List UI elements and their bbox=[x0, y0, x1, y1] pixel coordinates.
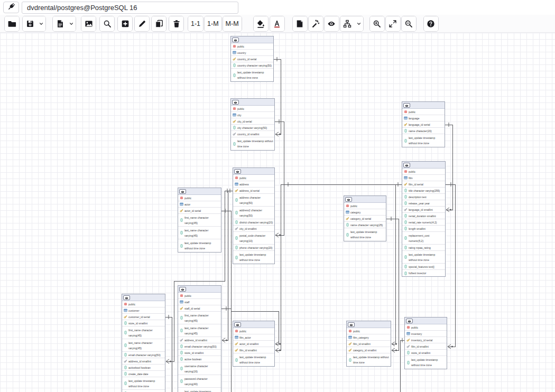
schema-row: public bbox=[231, 106, 274, 112]
table-details-toggle[interactable] bbox=[234, 169, 241, 174]
column-icon bbox=[180, 351, 183, 354]
notation-options-dropdown[interactable] bbox=[355, 16, 363, 31]
column-row: address2 character varying(50) bbox=[233, 207, 274, 219]
table-node-customer[interactable]: publiccustomercustomer_id serialstore_id… bbox=[122, 294, 165, 392]
table-node-actor[interactable]: publicactoractor_id serialfirst_name cha… bbox=[178, 188, 221, 253]
open-project-button[interactable] bbox=[5, 16, 19, 31]
table-details-toggle[interactable] bbox=[234, 322, 241, 327]
many-to-many-button[interactable]: M-M bbox=[223, 16, 242, 31]
table-node-city[interactable]: publiccitycity_id serialcity character v… bbox=[230, 98, 275, 151]
eye-icon bbox=[408, 317, 411, 325]
column-label: first_name character varying(45) bbox=[128, 328, 164, 338]
pk-label: staff_id serial bbox=[184, 306, 220, 311]
table-details-toggle[interactable] bbox=[348, 322, 355, 327]
toolbar-group bbox=[308, 16, 323, 32]
table-node-film_actor[interactable]: publicfilm_actoractor_id smallintfilm_id… bbox=[233, 321, 275, 367]
one-to-many-button[interactable]: 1-M bbox=[205, 16, 221, 31]
column-icon bbox=[235, 246, 238, 249]
help-button[interactable] bbox=[424, 16, 438, 31]
table-details-toggle[interactable] bbox=[232, 38, 239, 42]
table-node-address[interactable]: publicaddressaddress_id serialaddress ch… bbox=[233, 167, 275, 264]
table-name-row: city bbox=[231, 112, 274, 118]
column-row: actor_id serial bbox=[178, 208, 221, 214]
many-cardinality-dot bbox=[395, 349, 397, 351]
table-details-toggle[interactable] bbox=[403, 163, 410, 167]
save-project-button[interactable] bbox=[23, 16, 37, 31]
column-icon bbox=[180, 316, 183, 320]
folder-icon bbox=[8, 20, 16, 28]
one-to-one-button[interactable]: 1-1 bbox=[188, 16, 203, 31]
fk-icon bbox=[180, 338, 183, 342]
column-label: rental_rate numeric(4,2) bbox=[409, 220, 444, 225]
connection-button[interactable] bbox=[3, 2, 19, 13]
add-note-button[interactable] bbox=[293, 16, 307, 31]
save-options-dropdown[interactable] bbox=[37, 16, 45, 31]
table-node-header bbox=[402, 102, 445, 109]
table-details-toggle[interactable] bbox=[345, 197, 352, 202]
column-row: password character varying(40) bbox=[178, 375, 221, 388]
zoom-to-fit-button[interactable] bbox=[386, 16, 400, 31]
fill-color-button[interactable] bbox=[254, 16, 268, 31]
table-node-staff[interactable]: publicstaffstaff_id serialfirst_name cha… bbox=[178, 285, 221, 392]
table-node-header bbox=[178, 188, 221, 195]
table-icon bbox=[233, 51, 236, 54]
auto-align-button[interactable] bbox=[309, 16, 323, 31]
zoom-out-button[interactable] bbox=[402, 16, 416, 31]
column-icon bbox=[124, 331, 127, 334]
column-label: email character varying(50) bbox=[128, 352, 164, 358]
clone-table-button[interactable] bbox=[152, 16, 166, 31]
search-button[interactable] bbox=[100, 16, 114, 31]
toolbar-group bbox=[270, 16, 285, 32]
table-node-header bbox=[231, 99, 274, 106]
column-label: fulltext tsvector bbox=[409, 270, 444, 276]
table-details-toggle[interactable] bbox=[403, 103, 410, 108]
generate-sql-button[interactable] bbox=[53, 16, 67, 31]
column-icon bbox=[404, 139, 408, 143]
table-node-header bbox=[347, 321, 391, 328]
chevron-down-icon bbox=[356, 21, 362, 27]
many-to-many-button-label: M-M bbox=[224, 20, 240, 27]
pk-icon bbox=[406, 338, 410, 342]
add-table-button[interactable] bbox=[118, 16, 132, 31]
toolbar-group bbox=[423, 16, 439, 32]
table-node-film_category[interactable]: publicfilm_categoryfilm_id smallintcateg… bbox=[346, 321, 391, 367]
table-details-toggle[interactable] bbox=[406, 319, 413, 323]
column-row: rental_rate numeric(4,2) bbox=[402, 219, 445, 226]
drop-table-button[interactable] bbox=[169, 16, 183, 31]
fk-label: address_id smallint bbox=[184, 338, 220, 343]
column-row: last_update timestamp without time zone bbox=[344, 228, 386, 241]
cardinality-notation-button[interactable] bbox=[340, 16, 355, 31]
column-icon bbox=[233, 63, 236, 67]
table-details-toggle[interactable] bbox=[123, 295, 130, 300]
column-icon bbox=[404, 236, 408, 240]
toolbar-group bbox=[134, 16, 150, 32]
pk-icon bbox=[233, 57, 236, 61]
schema-row: public bbox=[178, 195, 221, 201]
column-row: email character varying(50) bbox=[178, 343, 221, 350]
edit-table-button[interactable] bbox=[135, 16, 149, 31]
table-details-toggle[interactable] bbox=[232, 100, 239, 105]
schema-label: public bbox=[239, 329, 273, 334]
sql-options-dropdown[interactable] bbox=[67, 16, 76, 31]
toolbar-group bbox=[324, 16, 339, 32]
column-label: release_year year bbox=[409, 201, 444, 206]
column-icon bbox=[180, 379, 183, 383]
zoom-in-button[interactable] bbox=[370, 16, 384, 31]
table-node-category[interactable]: publiccategorycategory_id serialname cha… bbox=[344, 195, 386, 241]
many-cardinality-dot bbox=[279, 234, 281, 236]
table-node-country[interactable]: publiccountrycountry_id serialcountry ch… bbox=[230, 36, 274, 82]
download-image-button[interactable] bbox=[81, 16, 96, 31]
table-node-language[interactable]: publiclanguagelanguage_id serialname cha… bbox=[402, 101, 445, 147]
table-node-inventory[interactable]: publicinventoryinventory_id serialfilm_i… bbox=[404, 317, 447, 369]
show-details-button[interactable] bbox=[325, 16, 339, 31]
text-color-button[interactable] bbox=[270, 16, 284, 31]
column-row: address_id smallint bbox=[178, 337, 221, 343]
erd-canvas[interactable]: publiccountrycountry_id serialcountry ch… bbox=[0, 33, 555, 392]
table-icon bbox=[180, 202, 183, 206]
table-details-toggle[interactable] bbox=[179, 287, 186, 292]
table-details-toggle[interactable] bbox=[179, 189, 186, 194]
many-cardinality-marker bbox=[446, 208, 449, 212]
table-node-film[interactable]: publicfilmfilm_id serialtitle character … bbox=[402, 161, 446, 277]
column-icon bbox=[180, 357, 183, 361]
many-cardinality-marker bbox=[166, 359, 169, 363]
